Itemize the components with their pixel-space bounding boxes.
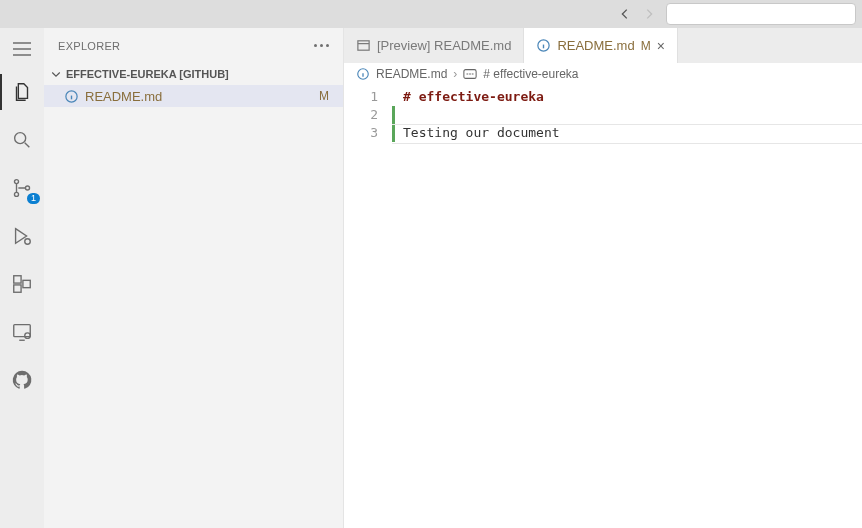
remote-explorer-icon[interactable] (10, 320, 34, 344)
svg-point-4 (25, 239, 31, 245)
code-line: # effective-eureka (403, 88, 544, 106)
code-line: Testing our document (403, 124, 560, 142)
file-name-label: README.md (85, 89, 313, 104)
breadcrumb[interactable]: README.md › # effective-eureka (344, 63, 862, 85)
nav-back-button[interactable] (618, 7, 632, 21)
editor-tabs: [Preview] README.md README.md M × (344, 28, 862, 63)
nav-forward-button[interactable] (642, 7, 656, 21)
close-icon[interactable]: × (657, 39, 665, 53)
menu-icon[interactable] (13, 42, 31, 56)
svg-point-1 (14, 180, 18, 184)
breadcrumb-file: README.md (376, 67, 447, 81)
code-editor[interactable]: 1 2 3 # effective-eureka Testing our doc… (344, 85, 862, 528)
svg-rect-6 (14, 285, 21, 292)
search-icon[interactable] (10, 128, 34, 152)
svg-rect-5 (14, 276, 21, 283)
sidebar-title: EXPLORER (58, 40, 120, 52)
line-number: 3 (344, 124, 378, 142)
readme-file-icon (64, 89, 79, 104)
source-control-icon[interactable]: 1 (10, 176, 34, 200)
svg-point-2 (14, 192, 18, 196)
chevron-down-icon (50, 68, 62, 80)
explorer-sidebar: EXPLORER EFFECTIVE-EUREKA [GITHUB] READM… (44, 28, 344, 528)
line-number: 2 (344, 106, 378, 124)
tab-editor-label: README.md (557, 38, 634, 53)
svg-point-3 (25, 186, 29, 190)
scm-badge: 1 (27, 193, 40, 204)
title-bar (0, 0, 862, 28)
line-number: 1 (344, 88, 378, 106)
preview-icon (356, 38, 371, 53)
svg-rect-11 (358, 41, 369, 50)
tab-editor-status: M (641, 39, 651, 53)
tab-preview[interactable]: [Preview] README.md (344, 28, 524, 63)
svg-rect-7 (23, 280, 30, 287)
explorer-icon[interactable] (10, 80, 34, 104)
sidebar-more-icon[interactable] (314, 44, 329, 47)
tab-preview-label: [Preview] README.md (377, 38, 511, 53)
command-center-input[interactable] (666, 3, 856, 25)
run-debug-icon[interactable] (10, 224, 34, 248)
tab-editor[interactable]: README.md M × (524, 28, 677, 63)
file-tree-item[interactable]: README.md M (44, 85, 343, 107)
extensions-icon[interactable] (10, 272, 34, 296)
activity-bar: 1 (0, 28, 44, 528)
readme-file-icon (356, 67, 370, 81)
svg-point-0 (15, 133, 26, 144)
github-icon[interactable] (10, 368, 34, 392)
svg-point-9 (25, 333, 31, 339)
svg-rect-8 (14, 325, 31, 337)
symbol-string-icon (463, 68, 477, 80)
breadcrumb-separator: › (453, 67, 457, 81)
folder-section-label: EFFECTIVE-EUREKA [GITHUB] (66, 68, 229, 80)
folder-section-header[interactable]: EFFECTIVE-EUREKA [GITHUB] (44, 63, 343, 85)
file-scm-status: M (319, 89, 329, 103)
line-number-gutter: 1 2 3 (344, 85, 392, 528)
editor-group: [Preview] README.md README.md M × README… (344, 28, 862, 528)
breadcrumb-symbol: # effective-eureka (483, 67, 578, 81)
readme-file-icon (536, 38, 551, 53)
